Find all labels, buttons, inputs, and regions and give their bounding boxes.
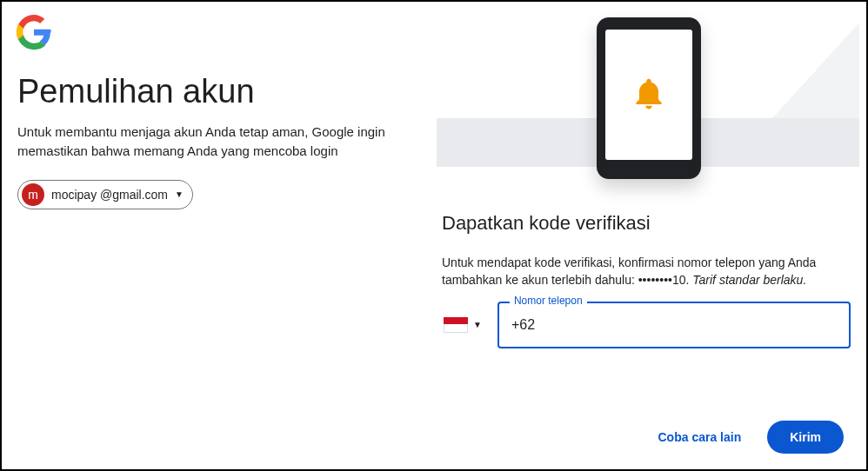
section-title: Dapatkan kode verifikasi [442,212,851,235]
phone-device-icon [597,17,701,179]
page-subtitle: Untuk membantu menjaga akun Anda tetap a… [17,123,424,161]
try-another-way-link[interactable]: Coba cara lain [655,423,745,451]
country-code-dropdown[interactable]: ▼ [442,312,484,338]
verification-illustration [442,12,851,186]
google-logo-icon [16,14,52,50]
bell-icon [630,76,668,114]
section-description: Untuk mendapat kode verifikasi, konfirma… [442,254,851,289]
page-title: Pemulihan akun [17,73,424,110]
chevron-down-icon: ▼ [473,320,482,329]
indonesia-flag-icon [444,317,468,333]
account-selector-chip[interactable]: m mocipay @gmail.com ▼ [17,180,193,209]
send-button[interactable]: Kirim [767,421,844,454]
phone-input-label: Nomor telepon [510,295,587,307]
account-email: mocipay @gmail.com [51,188,168,202]
phone-number-input[interactable] [497,302,851,348]
avatar: m [22,183,44,206]
chevron-down-icon: ▼ [175,189,184,199]
